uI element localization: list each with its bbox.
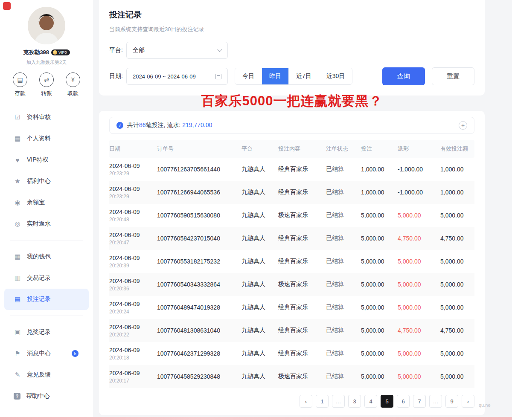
chevron-down-icon: [217, 47, 222, 52]
sidebar-item-label: VIP特权: [27, 156, 49, 164]
table-row[interactable]: 2024-06-0920:20:17 1007760458529230848 九…: [109, 365, 474, 388]
table-row[interactable]: 2024-06-0920:20:18 1007760462371299328 九…: [109, 342, 474, 365]
menu-divider: [10, 316, 83, 316]
brand-logo: [3, 2, 11, 10]
page-button[interactable]: 9: [445, 395, 458, 408]
page-button[interactable]: 7: [413, 395, 426, 408]
platform-select[interactable]: 全部: [126, 42, 228, 59]
cell-bet-content: 经典百家乐: [278, 258, 326, 265]
cell-status: 已结算: [326, 188, 361, 196]
table-row[interactable]: 2024-06-0920:23:29 1007761263705661440 九…: [109, 158, 474, 181]
range-today[interactable]: 今日: [235, 68, 262, 84]
deposit-icon: ▤: [13, 72, 27, 87]
table-body: 2024-06-0920:23:29 1007761263705661440 九…: [109, 158, 474, 388]
cell-order-number: 1007760553182175232: [157, 258, 241, 265]
sidebar-item-messages[interactable]: ⚑ 消息中心 5: [4, 343, 89, 364]
cell-date: 2024-06-0920:20:48: [109, 209, 157, 223]
prev-page-button[interactable]: ‹: [300, 395, 312, 408]
range-yesterday[interactable]: 昨日: [262, 68, 289, 84]
sidebar-item-wallet[interactable]: ▦ 我的钱包: [4, 246, 89, 267]
avatar[interactable]: [28, 7, 65, 44]
cell-platform: 九游真人: [241, 211, 278, 219]
cell-order-number: 1007760481308631040: [157, 327, 241, 334]
transfer-button[interactable]: ⇄ 转账: [39, 72, 54, 97]
sidebar-item-feedback[interactable]: ✎ 意见反馈: [4, 364, 89, 385]
platform-label: 平台:: [109, 46, 126, 54]
range-last7days[interactable]: 近7日: [289, 68, 319, 84]
cell-status: 已结算: [326, 373, 361, 380]
sidebar-item-yuebao[interactable]: ◉ 余额宝: [4, 192, 89, 213]
withdraw-button[interactable]: ¥ 取款: [66, 72, 80, 97]
sidebar-item-help[interactable]: ? 帮助中心: [4, 385, 89, 407]
cell-date: 2024-06-0920:20:17: [109, 370, 157, 384]
cell-bet-amount: 5,000.00: [361, 373, 398, 380]
messages-icon: ⚑: [14, 350, 21, 357]
sidebar-item-transactions[interactable]: ▥ 交易记录: [4, 267, 89, 289]
sidebar-item-welfare[interactable]: ★ 福利中心: [4, 171, 89, 192]
cell-valid-bet: 4,750.00: [440, 327, 474, 334]
cell-order-number: 1007760590515630080: [157, 212, 241, 219]
feedback-icon: ✎: [14, 371, 21, 379]
date-filter-row: 日期: 2024-06-09 ~ 2024-06-09 今日昨日近7日近30日 …: [109, 67, 474, 85]
table-row[interactable]: 2024-06-0920:20:47 1007760584237015040 九…: [109, 227, 474, 250]
table-row[interactable]: 2024-06-0920:20:36 1007760540343332864 九…: [109, 273, 474, 296]
table-row[interactable]: 2024-06-0920:23:29 1007761266944065536 九…: [109, 181, 474, 204]
quick-actions: ▤ 存款 ⇄ 转账 ¥ 取款: [0, 72, 93, 97]
sidebar-item-vip[interactable]: ♥ VIP特权: [4, 149, 89, 171]
page-button[interactable]: 3: [348, 395, 361, 408]
sidebar-item-bets[interactable]: ▤ 投注记录: [4, 289, 89, 310]
cell-platform: 九游真人: [241, 235, 278, 242]
vip-icon: ♥: [14, 156, 21, 164]
table-row[interactable]: 2024-06-0920:20:24 1007760489474019328 九…: [109, 296, 474, 319]
search-button[interactable]: 查询: [382, 67, 425, 85]
page-button[interactable]: 5: [381, 395, 393, 408]
cell-platform: 九游真人: [241, 188, 278, 196]
page-button[interactable]: 4: [364, 395, 377, 408]
cell-bet-amount: 5,000.00: [361, 258, 398, 265]
cell-payout: 4,750.00: [398, 235, 440, 242]
sidebar-item-label: 兑奖记录: [27, 328, 51, 336]
deposit-button[interactable]: ▤ 存款: [13, 72, 27, 97]
table-row[interactable]: 2024-06-0920:20:39 1007760553182175232 九…: [109, 250, 474, 273]
sidebar-item-profile[interactable]: ▤ 个人资料: [4, 128, 89, 149]
page-ellipsis: …: [429, 395, 442, 408]
sidebar-item-audit[interactable]: ☑ 资料审核: [4, 107, 89, 128]
sidebar-item-rebate[interactable]: ◎ 实时返水: [4, 213, 89, 235]
table-row[interactable]: 2024-06-0920:20:22 1007760481308631040 九…: [109, 319, 474, 342]
page-button[interactable]: 6: [397, 395, 410, 408]
cell-platform: 九游真人: [241, 165, 278, 173]
next-page-button[interactable]: ›: [462, 395, 474, 408]
table-row[interactable]: 2024-06-0920:20:48 1007760590515630080 九…: [109, 204, 474, 227]
cell-bet-amount: 5,000.00: [361, 327, 398, 334]
column-header: 派彩: [398, 145, 440, 153]
sidebar-item-label: 交易记录: [27, 274, 51, 282]
circle-plus-icon[interactable]: +: [459, 121, 467, 130]
cell-bet-amount: 5,000.00: [361, 235, 398, 242]
cell-date: 2024-06-0920:20:22: [109, 324, 157, 338]
sidebar-item-prizes[interactable]: ▣ 兑奖记录: [4, 322, 89, 343]
range-last30days[interactable]: 近30日: [319, 68, 352, 84]
cell-date: 2024-06-0920:20:47: [109, 232, 157, 246]
column-header: 投注: [361, 145, 398, 153]
vip-badge-label: VIP0: [58, 50, 67, 55]
cell-order-number: 1007761266944065536: [157, 189, 241, 196]
cell-valid-bet: 5,000.00: [440, 281, 474, 288]
sidebar-item-label: 帮助中心: [26, 392, 50, 400]
column-header: 有效投注额: [440, 145, 474, 153]
page-button[interactable]: 1: [316, 395, 329, 408]
prizes-icon: ▣: [14, 328, 21, 336]
cell-payout: 4,750.00: [398, 327, 440, 334]
date-range-value: 2024-06-09 ~ 2024-06-09: [133, 73, 196, 80]
cell-status: 已结算: [326, 235, 361, 242]
date-label: 日期:: [109, 72, 126, 80]
cell-status: 已结算: [326, 165, 361, 173]
date-range-input[interactable]: 2024-06-09 ~ 2024-06-09: [126, 68, 228, 85]
transfer-icon: ⇄: [39, 72, 54, 87]
reset-button[interactable]: 重置: [432, 67, 474, 85]
cell-date: 2024-06-0920:20:39: [109, 255, 157, 269]
pagination: ‹1…34567…9›: [109, 395, 474, 408]
cell-bet-content: 经典百家乐: [278, 304, 326, 311]
cell-order-number: 1007760462371299328: [157, 350, 241, 357]
sidebar-item-label: 个人资料: [27, 135, 51, 142]
main-content: 投注记录 当前系统支持查询最近30日的投注记录 平台: 全部 日期: 2024-…: [99, 0, 485, 415]
